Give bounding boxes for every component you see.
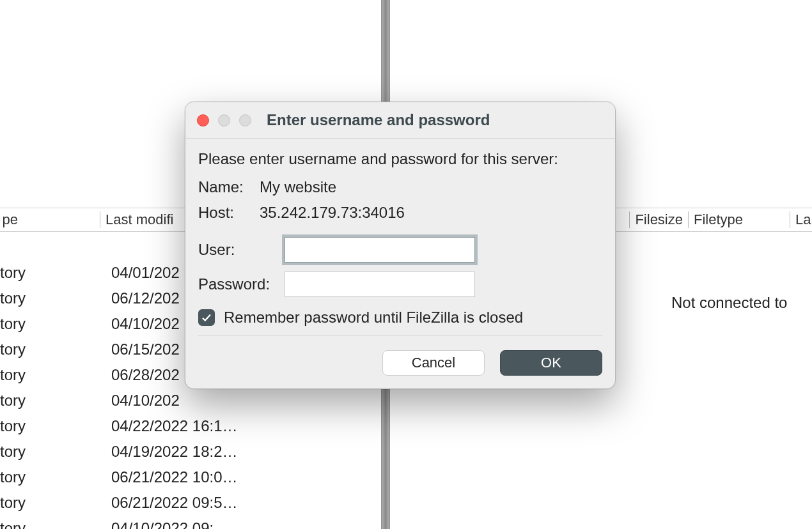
user-row: User: xyxy=(198,237,602,263)
server-name-row: Name: My website xyxy=(198,178,602,196)
dialog-prompt: Please enter username and password for t… xyxy=(198,150,602,168)
password-row: Password: xyxy=(198,272,602,297)
cancel-button[interactable]: Cancel xyxy=(382,350,485,376)
maximize-icon xyxy=(239,114,251,126)
column-separator[interactable] xyxy=(100,211,100,228)
separator xyxy=(198,335,602,336)
close-icon[interactable] xyxy=(197,114,209,126)
column-last[interactable]: La xyxy=(795,211,812,228)
list-item[interactable]: tory04/10/2022 09:… xyxy=(0,516,381,529)
ok-button[interactable]: OK xyxy=(500,350,602,376)
list-item[interactable]: tory06/21/2022 09:5… xyxy=(0,490,381,516)
dialog-buttons: Cancel OK xyxy=(198,350,602,376)
user-input[interactable] xyxy=(285,237,475,263)
column-filesize[interactable]: Filesize xyxy=(635,211,683,228)
host-label: Host: xyxy=(198,204,260,222)
list-item[interactable]: tory04/10/202 xyxy=(0,388,381,413)
column-filetype[interactable]: pe xyxy=(0,211,18,228)
dialog-body: Please enter username and password for t… xyxy=(185,139,615,388)
name-value: My website xyxy=(260,178,602,196)
list-item[interactable]: tory06/21/2022 10:0… xyxy=(0,464,381,490)
window-controls xyxy=(197,114,251,126)
column-separator[interactable] xyxy=(688,211,689,228)
list-item[interactable]: tory04/22/2022 16:1… xyxy=(0,413,381,439)
password-input[interactable] xyxy=(285,272,475,297)
remember-label: Remember password until FileZilla is clo… xyxy=(224,309,523,326)
auth-dialog: Enter username and password Please enter… xyxy=(185,102,616,389)
column-filetype[interactable]: Filetype xyxy=(694,211,785,228)
column-separator[interactable] xyxy=(629,211,630,228)
dialog-title: Enter username and password xyxy=(267,111,490,129)
user-label: User: xyxy=(198,241,285,259)
check-icon xyxy=(201,312,212,323)
name-label: Name: xyxy=(198,178,260,196)
minimize-icon xyxy=(218,114,230,126)
column-last-modified[interactable]: Last modifi xyxy=(105,211,173,228)
dialog-titlebar[interactable]: Enter username and password xyxy=(185,102,615,139)
remember-row: Remember password until FileZilla is clo… xyxy=(198,309,602,326)
list-item[interactable]: tory04/19/2022 18:2… xyxy=(0,439,381,464)
host-value: 35.242.179.73:34016 xyxy=(260,204,602,222)
not-connected-message: Not connected to xyxy=(671,294,787,312)
password-label: Password: xyxy=(198,275,285,293)
remember-checkbox[interactable] xyxy=(198,309,215,326)
column-separator[interactable] xyxy=(790,211,790,228)
server-host-row: Host: 35.242.179.73:34016 xyxy=(198,204,602,222)
